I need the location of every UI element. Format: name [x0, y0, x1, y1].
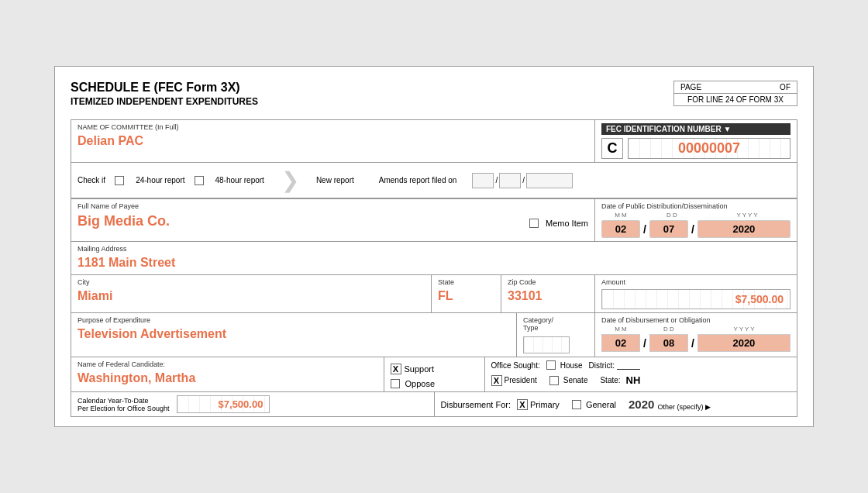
president-label: President: [505, 376, 537, 384]
dd-label: D D: [653, 212, 691, 219]
oppose-checkbox[interactable]: [391, 379, 400, 388]
mm-label: M M: [601, 212, 640, 219]
purpose-value: Television Advertisement: [78, 326, 510, 343]
page-box: PAGE OF FOR LINE 24 OF FORM 3X: [673, 81, 797, 106]
office-sought-label: Office Sought:: [491, 361, 540, 370]
primary-checkbox[interactable]: X: [517, 399, 528, 410]
district-value: [617, 360, 640, 370]
disb-month: 02: [601, 334, 640, 352]
new-report-label: New report: [316, 176, 354, 184]
other-label: Other (specify) ▶: [657, 403, 711, 411]
memo-label: Memo Item: [546, 219, 588, 228]
general-checkbox[interactable]: [572, 400, 581, 409]
calendar-label1: Calendar Year-To-Date: [78, 397, 169, 405]
president-checkbox[interactable]: X: [491, 375, 502, 386]
24hour-label: 24-hour report: [136, 176, 184, 184]
date-distribution-label: Date of Public Distribution/Disseminatio…: [601, 202, 790, 210]
oppose-label: Oppose: [405, 379, 436, 388]
form-subtitle: ITEMIZED INDEPENDENT EXPENDITURES: [71, 96, 258, 107]
purpose-label: Purpose of Expenditure: [78, 316, 510, 324]
city-value: Miami: [78, 288, 425, 305]
house-label: House: [560, 361, 583, 370]
general-label: General: [586, 400, 616, 409]
disb-day: 08: [649, 334, 688, 352]
arrow-icon: ❯: [281, 167, 299, 193]
house-checkbox[interactable]: [546, 360, 556, 370]
amount-value: $7,500.00: [601, 289, 790, 309]
candidate-label: Name of Federal Candidate:: [78, 360, 377, 368]
state-value: FL: [438, 288, 494, 305]
48hour-checkbox[interactable]: [195, 176, 204, 185]
date-disbursement-label: Date of Disbursement or Obligation: [601, 316, 790, 324]
support-label: Support: [405, 364, 435, 374]
memo-checkbox[interactable]: [529, 219, 539, 228]
senate-label: Senate: [563, 376, 588, 384]
dist-day: 07: [649, 220, 688, 238]
amount-label: Amount: [601, 278, 790, 286]
senate-checkbox[interactable]: [549, 376, 559, 385]
dist-year: 2020: [698, 220, 790, 238]
dist-month: 02: [601, 220, 640, 238]
calendar-amount: $7,500.00: [177, 395, 270, 413]
address-label: Mailing Address: [78, 245, 790, 253]
check-prefix: Check if: [78, 176, 105, 184]
zip-label: Zip Code: [508, 278, 588, 286]
candidate-value: Washington, Martha: [78, 370, 377, 387]
primary-label: Primary: [530, 400, 560, 409]
state-val: NH: [626, 374, 641, 386]
support-checkbox[interactable]: X: [391, 364, 401, 374]
24hour-checkbox[interactable]: [115, 176, 124, 185]
slash1: /: [643, 223, 646, 236]
city-label: City: [78, 278, 425, 286]
committee-value: Delian PAC: [78, 133, 588, 150]
of-label: OF: [780, 83, 790, 91]
page-label: PAGE: [680, 83, 701, 91]
line-label: FOR LINE 24 OF FORM 3X: [674, 94, 797, 105]
category-label: Category/ Type: [523, 316, 553, 332]
committee-label: NAME OF COMMITTEE (In Full): [78, 123, 588, 131]
slash2: /: [691, 223, 694, 236]
fec-id-letter: C: [601, 138, 623, 159]
payee-label: Full Name of Payee: [78, 202, 588, 210]
address-value: 1181 Main Street: [78, 254, 790, 271]
year-value: 2020: [629, 398, 654, 411]
48hour-label: 48-hour report: [215, 176, 264, 184]
category-box: [523, 336, 570, 353]
district-label: District:: [589, 361, 615, 370]
payee-value: Big Media Co.: [78, 212, 170, 231]
fec-id-number: 00000007: [628, 138, 790, 159]
yyyy-label: Y Y Y Y: [704, 212, 790, 219]
zip-value: 33101: [508, 288, 588, 305]
form-title: SCHEDULE E (FEC Form 3X): [71, 81, 258, 95]
fec-id-label: FEC IDENTIFICATION NUMBER ▼: [606, 125, 731, 133]
disbursement-for-label: Disbursement For:: [441, 400, 511, 409]
calendar-label2: Per Election for Office Sought: [78, 405, 169, 412]
disb-year: 2020: [698, 334, 790, 352]
state-label: State: [438, 278, 494, 286]
amends-label: Amends report filed on: [379, 176, 457, 184]
state-label-office: State:: [600, 376, 620, 384]
